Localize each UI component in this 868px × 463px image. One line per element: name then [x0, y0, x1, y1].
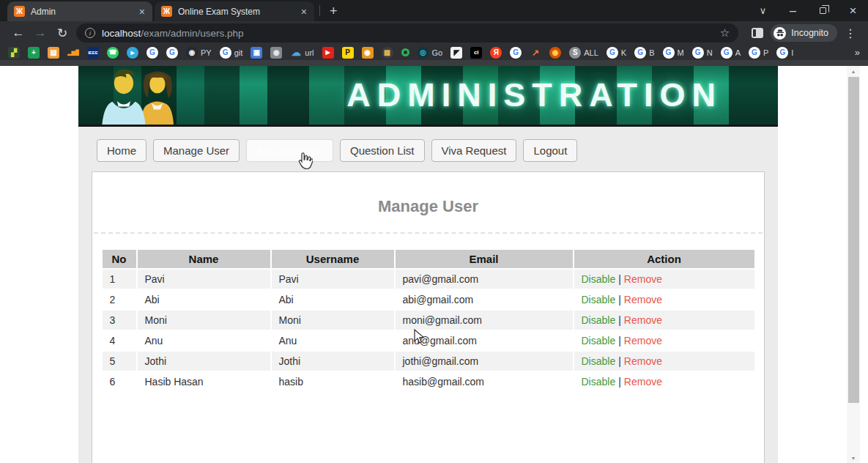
column-header: No [103, 250, 136, 268]
administration-banner: ADMINISTRATION [78, 66, 778, 127]
close-tab-icon[interactable]: × [138, 6, 146, 18]
google-3-icon: G [510, 47, 522, 59]
bookmark-eagle-doc[interactable]: ◤ [450, 47, 462, 59]
new-tab-button[interactable]: + [325, 4, 342, 19]
cell-email: abi@gmail.com [396, 290, 573, 309]
nav-manage-user-button[interactable]: Manage User [153, 139, 240, 162]
bookmark-telegram[interactable]: ▸ [127, 47, 138, 59]
bookmark-google-m[interactable]: GM [663, 47, 684, 59]
disable-link[interactable]: Disable [582, 273, 616, 285]
nav-question-list-button[interactable]: Question List [340, 139, 425, 162]
disable-link[interactable]: Disable [582, 355, 616, 367]
tab-admin[interactable]: Ж Admin × [7, 1, 152, 21]
cell-username: Abi [272, 290, 394, 309]
bookmark-cart[interactable]: ▦ [382, 47, 393, 59]
nav-logout-button[interactable]: Logout [523, 139, 577, 162]
address-bar[interactable]: i localhost/exam/admin/users.php ☆ [76, 23, 738, 42]
bookmark-cl-black[interactable]: cl [470, 47, 482, 59]
bookmark-google-a[interactable]: GA [721, 47, 741, 59]
bookmark-camera[interactable]: ◉ [270, 47, 282, 59]
disable-link[interactable]: Disable [582, 314, 616, 326]
bookmark-google-i[interactable]: GI [776, 47, 793, 59]
bookmark-label: M [678, 48, 684, 57]
green-stripes-icon: ▞ [8, 47, 20, 59]
cloud-url-icon: ☁ [290, 47, 302, 59]
table-row: 3MoniMonimoni@gmail.comDisable|Remove [103, 311, 754, 330]
google-i-icon: G [776, 47, 788, 59]
bookmark-film-camera[interactable]: ◉ [362, 47, 374, 59]
close-tab-icon[interactable]: × [300, 6, 308, 18]
browser-scrollbar[interactable]: ▲ ▼ [847, 66, 860, 463]
bookmark-go-swirl[interactable]: ◎Go [418, 47, 443, 59]
action-separator: | [618, 314, 621, 326]
google-k-icon: G [607, 47, 618, 59]
bookmark-ieee[interactable]: IEEE [87, 47, 99, 59]
bookmark-green-cross[interactable]: + [28, 47, 40, 59]
cell-email: anu@gmail.com [396, 331, 573, 350]
bookmark-p-yellow[interactable]: P [342, 47, 354, 59]
bookmark-orange-box[interactable]: ▤ [48, 47, 59, 59]
cl-black-icon: cl [470, 47, 482, 59]
bookmark-label: url [305, 48, 314, 57]
bookmark-cloud-url[interactable]: ☁url [290, 47, 314, 59]
nav-viva-request-button[interactable]: Viva Request [431, 139, 517, 162]
nav-home-button[interactable]: Home [97, 139, 146, 162]
bookmark-dart[interactable]: ↗ [530, 47, 541, 59]
bookmark-youtube[interactable]: ▶ [322, 47, 334, 59]
bookmarks-overflow-icon[interactable]: » [855, 47, 860, 58]
bookmark-spider[interactable]: ◉ [549, 47, 561, 59]
disable-link[interactable]: Disable [582, 376, 616, 388]
spider-icon: ◉ [549, 47, 561, 59]
minimize-icon[interactable]: – [778, 0, 808, 21]
cell-action: Disable|Remove [574, 270, 754, 289]
cell-no: 4 [103, 331, 136, 350]
bookmark-yandex[interactable]: Я [490, 47, 502, 59]
remove-link[interactable]: Remove [624, 273, 662, 285]
bookmark-google-2[interactable]: G [166, 47, 178, 59]
bookmark-green-stripes[interactable]: ▞ [8, 47, 20, 59]
reload-icon[interactable]: ↻ [51, 26, 73, 41]
forward-icon[interactable]: → [29, 26, 51, 40]
disable-link[interactable]: Disable [582, 335, 616, 347]
camera-icon: ◉ [270, 47, 282, 59]
scroll-up-icon[interactable]: ▲ [847, 66, 860, 76]
bookmark-s-all[interactable]: SALL [569, 47, 598, 59]
bookmark-green-ring[interactable] [401, 48, 409, 56]
remove-link[interactable]: Remove [624, 355, 662, 367]
site-info-icon[interactable]: i [85, 28, 95, 38]
close-window-icon[interactable]: × [838, 0, 868, 21]
remove-link[interactable]: Remove [624, 376, 662, 388]
bookmark-google-b[interactable]: GB [634, 47, 654, 59]
bookmark-google-p[interactable]: GP [749, 47, 768, 59]
divider [94, 232, 763, 234]
bookmark-google-git[interactable]: Ggit [220, 47, 243, 59]
maximize-icon[interactable] [808, 0, 838, 21]
remove-link[interactable]: Remove [624, 335, 662, 347]
nav-add-question-button[interactable]: Add Question [246, 139, 333, 162]
remove-link[interactable]: Remove [624, 294, 662, 305]
bookmark-whatsapp[interactable]: ☎ [107, 47, 119, 59]
bookmark-analytics-bars[interactable]: ▂▆█ [67, 47, 79, 59]
cell-name: Jothi [138, 352, 270, 371]
remove-link[interactable]: Remove [624, 314, 662, 326]
bookmark-google-3[interactable]: G [510, 47, 522, 59]
bookmark-github-py[interactable]: ◉PY [186, 47, 212, 59]
dart-icon: ↗ [530, 47, 541, 59]
banner-title: ADMINISTRATION [346, 76, 722, 114]
tab-online-exam-system[interactable]: Ж Online Exam System × [155, 1, 314, 21]
xampp-favicon-icon: Ж [14, 6, 25, 17]
tab-search-icon[interactable]: ∨ [748, 0, 778, 21]
action-separator: | [618, 355, 621, 367]
bookmark-photo[interactable]: ▣ [251, 47, 262, 59]
side-panel-icon[interactable] [752, 28, 763, 38]
bookmark-google-n[interactable]: GN [692, 47, 713, 59]
bookmark-google-1[interactable]: G [146, 47, 158, 59]
bookmark-google-k[interactable]: GK [607, 47, 626, 59]
menu-dots-icon[interactable]: ⋮ [837, 26, 861, 40]
scrollbar-thumb[interactable] [848, 77, 859, 403]
bookmark-star-icon[interactable]: ☆ [720, 26, 730, 40]
back-icon[interactable]: ← [7, 26, 29, 40]
disable-link[interactable]: Disable [582, 294, 616, 305]
scroll-down-icon[interactable]: ▼ [847, 453, 860, 463]
restore-glyph [820, 7, 826, 14]
